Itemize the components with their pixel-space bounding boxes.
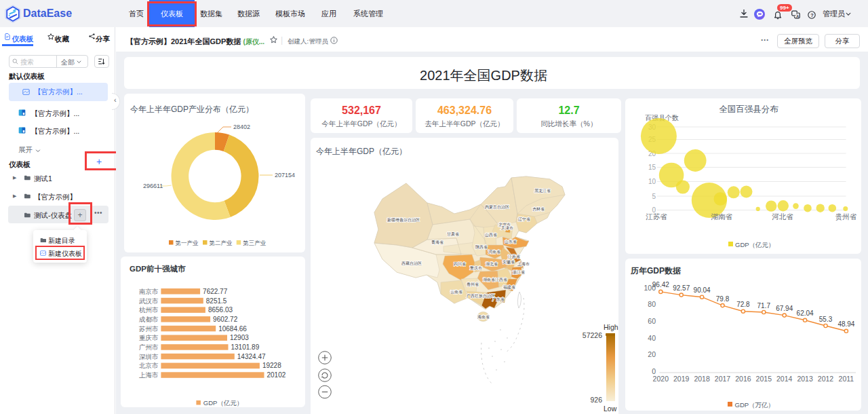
svg-text:9602.72: 9602.72 xyxy=(213,316,238,323)
svg-text:72.8: 72.8 xyxy=(736,301,750,308)
svg-text:湖南省: 湖南省 xyxy=(711,212,733,221)
svg-text:71.7: 71.7 xyxy=(757,302,771,309)
svg-text:13101.89: 13101.89 xyxy=(231,343,260,351)
svg-text:Low: Low xyxy=(604,404,617,413)
svg-text:8251.5: 8251.5 xyxy=(206,297,227,305)
svg-text:黑龙江省: 黑龙江省 xyxy=(534,189,551,193)
svg-text:武汉市: 武汉市 xyxy=(139,297,159,305)
svg-text:天津市: 天津市 xyxy=(501,225,513,230)
svg-text:河北省: 河北省 xyxy=(772,212,793,221)
svg-text:内蒙古自治区: 内蒙古自治区 xyxy=(485,204,509,210)
svg-text:8656.03: 8656.03 xyxy=(208,306,233,314)
svg-text:GDP（亿元）: GDP（亿元） xyxy=(735,241,775,248)
svg-text:80: 80 xyxy=(648,300,656,308)
svg-text:广州市: 广州市 xyxy=(139,343,159,351)
svg-text:40: 40 xyxy=(648,334,656,342)
svg-text:湖南省: 湖南省 xyxy=(483,278,495,282)
svg-text:7622.77: 7622.77 xyxy=(203,288,228,295)
svg-text:10: 10 xyxy=(648,178,656,185)
svg-text:?: ? xyxy=(810,12,814,18)
svg-text:西藏自治区: 西藏自治区 xyxy=(401,261,422,266)
svg-text:苏州市: 苏州市 xyxy=(138,325,159,333)
svg-text:成都市: 成都市 xyxy=(139,316,159,323)
svg-text:四川省: 四川省 xyxy=(454,262,466,267)
svg-text:926: 926 xyxy=(590,396,602,404)
svg-text:江苏省: 江苏省 xyxy=(646,212,667,221)
svg-text:重庆市: 重庆市 xyxy=(469,265,482,270)
svg-text:207154: 207154 xyxy=(275,172,295,178)
svg-text:2017: 2017 xyxy=(715,375,731,383)
svg-text:High: High xyxy=(604,323,618,331)
svg-text:79.8: 79.8 xyxy=(716,295,730,303)
svg-text:山东省: 山东省 xyxy=(505,239,517,244)
svg-text:贵州省: 贵州省 xyxy=(467,282,479,287)
svg-text:安徽省: 安徽省 xyxy=(502,259,515,265)
svg-text:19228: 19228 xyxy=(262,362,281,369)
svg-text:青海省: 青海省 xyxy=(431,240,443,245)
svg-text:杭州市: 杭州市 xyxy=(139,306,159,314)
svg-text:67.94: 67.94 xyxy=(776,305,793,312)
svg-text:57226: 57226 xyxy=(583,331,602,339)
svg-text:2012: 2012 xyxy=(818,375,834,383)
svg-text:福建省: 福建省 xyxy=(503,285,515,290)
svg-text:贵州省: 贵州省 xyxy=(835,212,857,221)
svg-text:上海市: 上海市 xyxy=(139,371,159,379)
svg-text:广东省: 广东省 xyxy=(492,297,505,302)
svg-text:重庆市: 重庆市 xyxy=(139,334,159,341)
svg-text:A: A xyxy=(796,14,799,18)
svg-text:14324.47: 14324.47 xyxy=(237,353,266,360)
svg-text:60: 60 xyxy=(648,317,656,325)
svg-text:55.3: 55.3 xyxy=(819,316,833,323)
svg-text:2019: 2019 xyxy=(673,375,690,383)
svg-text:GDP（亿元）: GDP（亿元） xyxy=(203,399,243,407)
svg-text:江苏省: 江苏省 xyxy=(508,254,520,259)
svg-text:28402: 28402 xyxy=(233,124,250,130)
svg-text:90.04: 90.04 xyxy=(694,286,711,294)
svg-text:2013: 2013 xyxy=(797,375,813,383)
svg-text:20102: 20102 xyxy=(267,371,286,379)
svg-text:2018: 2018 xyxy=(694,375,710,383)
svg-text:辽宁省: 辽宁省 xyxy=(518,217,530,222)
svg-text:上海市: 上海市 xyxy=(517,261,530,266)
svg-text:62.04: 62.04 xyxy=(797,309,814,317)
svg-text:2016: 2016 xyxy=(735,375,751,383)
svg-text:5: 5 xyxy=(652,193,656,200)
svg-text:广西壮族自治区: 广西壮族自治区 xyxy=(467,293,495,299)
svg-text:12903: 12903 xyxy=(230,334,249,341)
svg-text:北京市: 北京市 xyxy=(139,362,159,369)
svg-text:吉林省: 吉林省 xyxy=(532,207,545,212)
svg-text:48.94: 48.94 xyxy=(837,320,854,328)
svg-text:深圳市: 深圳市 xyxy=(139,353,159,360)
svg-text:陕西省: 陕西省 xyxy=(475,244,488,250)
svg-text:2020: 2020 xyxy=(653,375,669,383)
svg-text:第二产业: 第二产业 xyxy=(210,240,233,246)
svg-text:92.57: 92.57 xyxy=(673,284,690,292)
svg-text:2015: 2015 xyxy=(756,375,772,383)
svg-text:第一产业: 第一产业 xyxy=(176,240,199,246)
svg-text:15: 15 xyxy=(648,164,656,171)
svg-text:海南省: 海南省 xyxy=(477,315,490,320)
svg-text:296611: 296611 xyxy=(143,183,163,189)
svg-text:20: 20 xyxy=(648,350,656,358)
svg-text:浙江省: 浙江省 xyxy=(513,270,525,275)
svg-text:96.42: 96.42 xyxy=(652,281,669,288)
svg-text:江西省: 江西省 xyxy=(495,278,507,282)
svg-text:云南省: 云南省 xyxy=(450,290,462,295)
svg-text:南京市: 南京市 xyxy=(139,288,159,295)
svg-text:GDP（万亿）: GDP（万亿） xyxy=(735,401,775,409)
svg-text:2011: 2011 xyxy=(839,375,854,383)
svg-text:山西省: 山西省 xyxy=(485,233,497,238)
svg-text:新疆维吾尔自治区: 新疆维吾尔自治区 xyxy=(387,217,420,223)
svg-text:甘肃省: 甘肃省 xyxy=(447,232,459,237)
svg-text:第三产业: 第三产业 xyxy=(243,240,267,246)
svg-text:2014: 2014 xyxy=(776,375,793,383)
svg-text:湖北省: 湖北省 xyxy=(486,261,498,267)
svg-text:河南省: 河南省 xyxy=(488,250,500,255)
svg-text:10684.66: 10684.66 xyxy=(218,325,247,333)
